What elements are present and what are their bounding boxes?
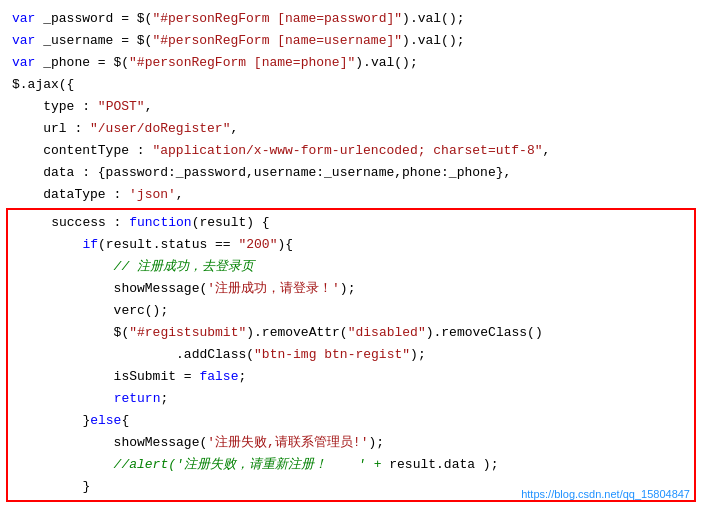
code-text: verc(); bbox=[20, 301, 168, 321]
code-container: var _password = $("#personRegForm [name=… bbox=[0, 0, 702, 508]
string: "application/x-www-form-urlencoded; char… bbox=[152, 141, 542, 161]
highlight-line-1: success : function(result) { bbox=[8, 212, 694, 234]
keyword: else bbox=[90, 411, 121, 431]
string: "200" bbox=[238, 235, 277, 255]
code-text: url : bbox=[12, 119, 90, 139]
highlight-box: success : function(result) { if(result.s… bbox=[6, 208, 696, 502]
string: "/user/doRegister" bbox=[90, 119, 230, 139]
code-text: ); bbox=[410, 345, 426, 365]
code-line-8: data : {password:_password,username:_use… bbox=[0, 162, 702, 184]
code-text: success : bbox=[20, 213, 129, 233]
keyword: var bbox=[12, 31, 35, 51]
code-line-9: dataType : 'json', bbox=[0, 184, 702, 206]
code-text: .addClass( bbox=[20, 345, 254, 365]
code-text: ; bbox=[160, 389, 168, 409]
highlight-line-12: //alert('注册失败，请重新注册！ ' + result.data ); bbox=[8, 454, 694, 476]
code-text: } bbox=[20, 411, 90, 431]
keyword: function bbox=[129, 213, 191, 233]
string: '注册成功，请登录！' bbox=[207, 279, 340, 299]
highlight-line-6: $("#registsubmit").removeAttr("disabled"… bbox=[8, 322, 694, 344]
highlight-line-4: showMessage('注册成功，请登录！'); bbox=[8, 278, 694, 300]
code-text: , bbox=[543, 141, 551, 161]
highlight-line-10: }else{ bbox=[8, 410, 694, 432]
keyword: if bbox=[82, 235, 98, 255]
code-text: showMessage( bbox=[20, 433, 207, 453]
string: "#personRegForm [name=phone]" bbox=[129, 53, 355, 73]
string: "#registsubmit" bbox=[129, 323, 246, 343]
code-text: result.data ); bbox=[381, 455, 498, 475]
code-text: dataType : bbox=[12, 185, 129, 205]
comment: //alert('注册失败，请重新注册！ ' + bbox=[20, 455, 381, 475]
code-text: } bbox=[20, 477, 90, 497]
code-text: ; bbox=[238, 367, 246, 387]
code-line-3: var _phone = $("#personRegForm [name=pho… bbox=[0, 52, 702, 74]
keyword: var bbox=[12, 53, 35, 73]
code-text: , bbox=[176, 185, 184, 205]
code-text: _username = $( bbox=[35, 31, 152, 51]
string: "#personRegForm [name=username]" bbox=[152, 31, 402, 51]
code-line-4: $.ajax({ bbox=[0, 74, 702, 96]
keyword: false bbox=[199, 367, 238, 387]
code-line-1: var _password = $("#personRegForm [name=… bbox=[0, 8, 702, 30]
comment: // 注册成功，去登录页 bbox=[20, 257, 254, 277]
code-text: _phone = $( bbox=[35, 53, 129, 73]
string: "POST" bbox=[98, 97, 145, 117]
code-text bbox=[20, 389, 114, 409]
highlight-line-7: .addClass("btn-img btn-regist"); bbox=[8, 344, 694, 366]
highlight-line-9: return; bbox=[8, 388, 694, 410]
code-text: ).removeClass() bbox=[426, 323, 543, 343]
highlight-line-5: verc(); bbox=[8, 300, 694, 322]
string: 'json' bbox=[129, 185, 176, 205]
watermark: https://blog.csdn.net/qq_15804847 bbox=[521, 488, 690, 500]
code-text: ); bbox=[340, 279, 356, 299]
highlight-line-3: // 注册成功，去登录页 bbox=[8, 256, 694, 278]
code-text bbox=[20, 235, 82, 255]
code-text: , bbox=[145, 97, 153, 117]
code-text: $.ajax({ bbox=[12, 75, 74, 95]
code-line-7: contentType : "application/x-www-form-ur… bbox=[0, 140, 702, 162]
code-line-2: var _username = $("#personRegForm [name=… bbox=[0, 30, 702, 52]
code-text: $( bbox=[20, 323, 129, 343]
code-text: { bbox=[121, 411, 129, 431]
code-text: (result.status == bbox=[98, 235, 238, 255]
string: '注册失败,请联系管理员!' bbox=[207, 433, 368, 453]
highlight-line-11: showMessage('注册失败,请联系管理员!'); bbox=[8, 432, 694, 454]
code-text: data : {password:_password,username:_use… bbox=[12, 163, 511, 183]
code-text: isSubmit = bbox=[20, 367, 199, 387]
code-text: _password = $( bbox=[35, 9, 152, 29]
string: "#personRegForm [name=password]" bbox=[152, 9, 402, 29]
string: "btn-img btn-regist" bbox=[254, 345, 410, 365]
code-text: type : bbox=[12, 97, 98, 117]
code-text: showMessage( bbox=[20, 279, 207, 299]
code-text: ); bbox=[368, 433, 384, 453]
code-line-6: url : "/user/doRegister", bbox=[0, 118, 702, 140]
code-text: ){ bbox=[277, 235, 293, 255]
code-line-5: type : "POST", bbox=[0, 96, 702, 118]
code-text: ).val(); bbox=[402, 31, 464, 51]
highlight-line-2: if(result.status == "200"){ bbox=[8, 234, 694, 256]
code-text: ).removeAttr( bbox=[246, 323, 347, 343]
highlight-line-8: isSubmit = false; bbox=[8, 366, 694, 388]
code-text: contentType : bbox=[12, 141, 152, 161]
code-text: ).val(); bbox=[355, 53, 417, 73]
string: "disabled" bbox=[348, 323, 426, 343]
keyword: return bbox=[114, 389, 161, 409]
code-text: (result) { bbox=[192, 213, 270, 233]
code-text: ).val(); bbox=[402, 9, 464, 29]
code-text: , bbox=[230, 119, 238, 139]
keyword: var bbox=[12, 9, 35, 29]
